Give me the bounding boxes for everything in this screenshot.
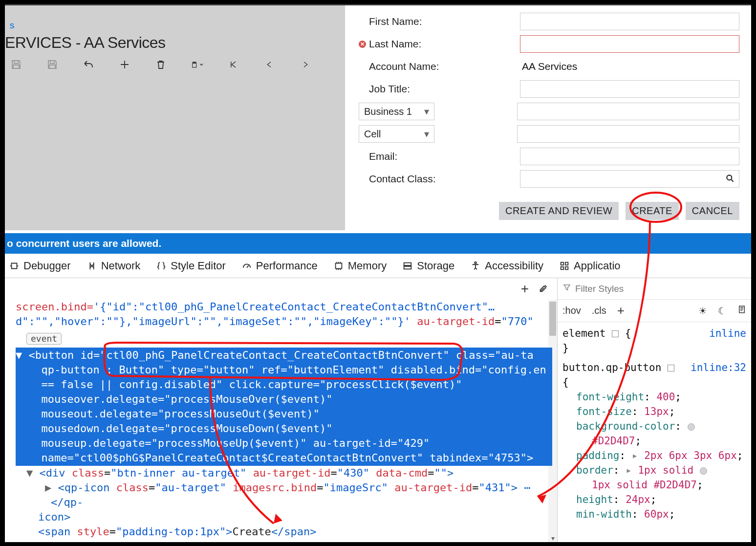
svg-point-4 — [475, 262, 476, 263]
tab-storage[interactable]: Storage — [402, 260, 454, 272]
toolbar — [10, 58, 312, 71]
create-contact-panel: First Name: ✕Last Name: Account Name: AA… — [345, 5, 751, 230]
account-name-label: Account Name: — [359, 61, 520, 72]
trial-notice-bar: o concurrent users are allowed. — [5, 233, 751, 254]
phone-type-2-select[interactable]: Cell▾ — [359, 125, 434, 143]
app-page: s ERVICES - AA Services First Name: ✕Las… — [5, 5, 751, 230]
email-label: Email: — [359, 151, 520, 162]
delete-icon[interactable] — [154, 58, 167, 71]
tab-application[interactable]: Applicatio — [559, 260, 620, 272]
svg-rect-6 — [565, 262, 568, 265]
first-name-input[interactable] — [520, 13, 739, 30]
first-record-icon[interactable] — [227, 58, 239, 71]
required-icon: ✕ — [359, 41, 366, 48]
search-icon[interactable] — [725, 174, 735, 185]
caret-down-icon: ▾ — [424, 106, 429, 117]
print-mode-icon[interactable] — [737, 305, 746, 317]
funnel-icon[interactable] — [562, 283, 571, 294]
tab-accessibility[interactable]: Accessibility — [470, 260, 543, 272]
color-swatch-icon[interactable] — [700, 467, 707, 475]
cls-toggle[interactable]: .cls — [592, 305, 606, 316]
cancel-button[interactable]: CANCEL — [686, 202, 739, 220]
job-title-input[interactable] — [520, 80, 739, 98]
contact-class-label: Contact Class: — [359, 173, 520, 185]
dom-inspector[interactable]: + ▴ ▾ screen.bind='{"id":"ctl00_phG_Pane… — [5, 278, 558, 542]
svg-rect-2 — [404, 262, 411, 265]
save-close-icon[interactable] — [10, 58, 22, 71]
next-record-icon[interactable] — [299, 58, 312, 71]
tab-debugger[interactable]: Debugger — [9, 260, 71, 272]
tab-network[interactable]: Network — [86, 260, 141, 272]
phone-2-input[interactable] — [517, 125, 739, 143]
box-model-icon[interactable] — [612, 330, 619, 337]
svg-rect-1 — [335, 263, 342, 268]
first-name-label: First Name: — [359, 16, 520, 27]
filter-styles-input[interactable] — [575, 284, 746, 294]
dialog-buttons: CREATE AND REVIEW CREATE CANCEL — [359, 202, 739, 220]
email-input[interactable] — [520, 148, 739, 165]
svg-point-0 — [727, 175, 732, 180]
styles-panel: :hov .cls + ☀ ☾ element {inline } button… — [558, 278, 751, 542]
phone-1-input[interactable] — [517, 103, 739, 120]
tab-memory[interactable]: Memory — [333, 260, 387, 272]
tab-performance[interactable]: Performance — [241, 260, 318, 272]
last-name-label: ✕Last Name: — [359, 38, 520, 50]
svg-rect-5 — [561, 262, 564, 265]
create-and-review-button[interactable]: CREATE AND REVIEW — [499, 202, 619, 220]
svg-rect-8 — [565, 266, 568, 269]
phone-type-1-select[interactable]: Business 1▾ — [359, 103, 434, 120]
page-title: ERVICES - AA Services — [5, 34, 166, 52]
create-button[interactable]: CREATE — [626, 202, 679, 220]
clipboard-icon[interactable] — [191, 58, 203, 71]
add-icon[interactable] — [118, 58, 131, 71]
save-icon[interactable] — [46, 58, 59, 71]
tab-style-editor[interactable]: Style Editor — [156, 260, 226, 272]
dom-tree[interactable]: screen.bind='{"id":"ctl00_phG_PanelCreat… — [16, 300, 552, 542]
event-badge[interactable]: event — [26, 333, 62, 345]
prev-record-icon[interactable] — [263, 58, 276, 71]
svg-rect-3 — [404, 266, 411, 269]
style-rules[interactable]: element {inline } button.qp-button inlin… — [558, 322, 751, 542]
add-rule-icon[interactable]: + — [617, 303, 625, 318]
selected-dom-node[interactable]: ▼ <button id="ctl00_phG_PanelCreateConta… — [16, 348, 552, 466]
box-model-icon[interactable] — [668, 365, 674, 371]
caret-down-icon: ▾ — [424, 128, 429, 140]
devtools: Debugger Network Style Editor Performanc… — [5, 254, 751, 542]
contact-class-input[interactable] — [520, 170, 739, 188]
undo-icon[interactable] — [82, 58, 95, 71]
add-element-icon[interactable]: + — [521, 281, 529, 297]
color-swatch-icon[interactable] — [688, 423, 695, 431]
last-name-input[interactable] — [520, 35, 739, 53]
account-name-value: AA Services — [520, 61, 739, 72]
hov-toggle[interactable]: :hov — [562, 305, 581, 316]
dark-mode-icon[interactable]: ☾ — [718, 305, 727, 317]
eyedropper-icon[interactable] — [539, 283, 549, 295]
light-mode-icon[interactable]: ☀ — [698, 305, 707, 317]
devtools-tabs: Debugger Network Style Editor Performanc… — [5, 254, 751, 278]
job-title-label: Job Title: — [359, 83, 520, 95]
svg-rect-7 — [561, 266, 564, 269]
truncated-link[interactable]: s — [10, 20, 15, 31]
